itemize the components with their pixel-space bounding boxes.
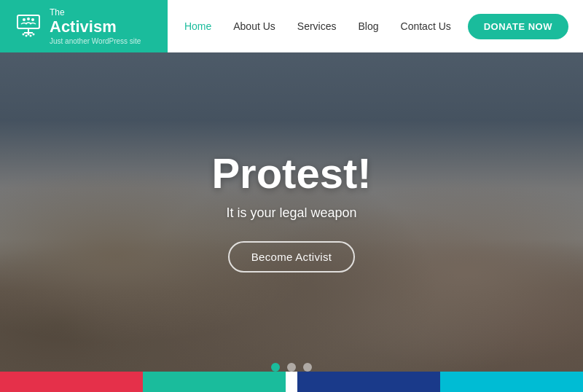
nav-contact[interactable]: Contact Us	[401, 20, 451, 32]
bar-blue	[297, 372, 440, 392]
become-activist-button[interactable]: Become Activist	[228, 241, 355, 273]
logo-activism: Activism	[50, 18, 141, 36]
svg-point-10	[31, 18, 34, 21]
hero-content: Protest! It is your legal weapon Become …	[0, 52, 583, 392]
bar-teal	[143, 372, 286, 392]
slider-dots	[271, 363, 312, 372]
logo-text-area: The Activism Just another WordPress site	[50, 7, 141, 45]
main-nav: Home About Us Services Blog Contact Us	[168, 20, 468, 32]
svg-point-6	[30, 35, 32, 37]
bar-gap	[286, 372, 297, 392]
logo-tagline: Just another WordPress site	[50, 37, 141, 45]
slider-dot-3[interactable]	[303, 363, 312, 372]
bar-cyan	[440, 372, 583, 392]
nav-blog[interactable]: Blog	[359, 20, 379, 32]
nav-about[interactable]: About Us	[233, 20, 275, 32]
logo-area: The Activism Just another WordPress site	[0, 0, 168, 52]
hero-section: Protest! It is your legal weapon Become …	[0, 52, 583, 392]
svg-rect-0	[17, 15, 39, 28]
slider-dot-2[interactable]	[287, 363, 296, 372]
hero-title: Protest!	[211, 150, 371, 197]
svg-point-9	[27, 17, 30, 20]
svg-point-7	[33, 34, 35, 36]
nav-services[interactable]: Services	[297, 20, 337, 32]
donate-button[interactable]: DONATE NOW	[468, 14, 568, 39]
slider-dot-1[interactable]	[271, 363, 280, 372]
svg-point-8	[23, 18, 26, 21]
nav-home[interactable]: Home	[184, 20, 211, 32]
svg-point-3	[23, 34, 25, 36]
hero-subtitle: It is your legal weapon	[226, 205, 356, 221]
svg-point-5	[28, 34, 30, 36]
svg-point-4	[26, 35, 28, 37]
bar-red	[0, 372, 143, 392]
header: The Activism Just another WordPress site…	[0, 0, 583, 52]
logo-the: The	[50, 7, 141, 17]
footer-color-bars	[0, 372, 583, 392]
logo-icon	[15, 12, 42, 40]
